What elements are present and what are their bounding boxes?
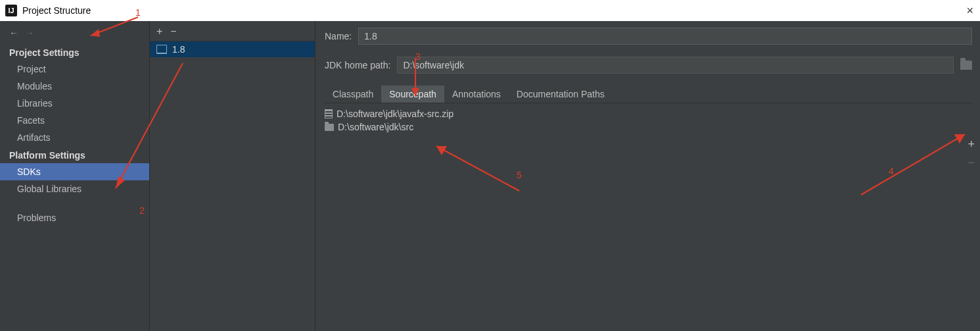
sdk-detail-panel: Name: JDK home path: Classpath Sourcepat… (315, 21, 980, 331)
name-input[interactable] (358, 28, 972, 45)
source-path-label: D:\software\jdk\src (338, 122, 413, 132)
tab-sourcepath[interactable]: Sourcepath (381, 86, 444, 103)
add-source-icon[interactable]: + (968, 138, 975, 150)
list-item[interactable]: D:\software\jdk\javafx-src.zip (325, 107, 972, 120)
sidebar-item-modules[interactable]: Modules (0, 78, 149, 95)
browse-folder-icon[interactable] (960, 61, 972, 70)
sdk-list-item[interactable]: 1.8 (150, 41, 315, 57)
nav-forward-icon: → (25, 28, 34, 38)
tab-classpath[interactable]: Classpath (325, 86, 381, 103)
tab-documentation-paths[interactable]: Documentation Paths (509, 86, 613, 103)
sidebar-item-libraries[interactable]: Libraries (0, 95, 149, 112)
window-title: Project Structure (22, 5, 91, 16)
sidebar-item-facets[interactable]: Facets (0, 112, 149, 129)
section-project-settings: Project Settings (0, 43, 149, 61)
path-label: JDK home path: (325, 60, 390, 70)
sdk-folder-icon (156, 45, 167, 54)
section-platform-settings: Platform Settings (0, 146, 149, 163)
archive-icon (325, 109, 333, 118)
settings-sidebar: ← → Project Settings Project Modules Lib… (0, 21, 150, 331)
name-label: Name: (325, 31, 352, 41)
sdk-list-panel: + − 1.8 (150, 21, 315, 331)
sidebar-item-global-libraries[interactable]: Global Libraries (0, 180, 149, 197)
folder-icon (325, 124, 334, 131)
list-item[interactable]: D:\software\jdk\src (325, 120, 972, 134)
workspace: ← → Project Settings Project Modules Lib… (0, 21, 980, 331)
sourcepath-list: D:\software\jdk\javafx-src.zip D:\softwa… (325, 107, 972, 134)
sidebar-item-project[interactable]: Project (0, 61, 149, 78)
remove-sdk-icon[interactable]: − (170, 26, 176, 37)
close-icon[interactable]: × (966, 4, 973, 18)
add-sdk-icon[interactable]: + (156, 26, 162, 37)
tab-annotations[interactable]: Annotations (444, 86, 509, 103)
sidebar-item-artifacts[interactable]: Artifacts (0, 129, 149, 146)
app-icon: IJ (5, 5, 17, 16)
sdk-item-label: 1.8 (172, 44, 185, 55)
nav-back-icon[interactable]: ← (9, 28, 18, 38)
sidebar-item-problems[interactable]: Problems (0, 209, 149, 226)
jdk-home-path-input[interactable] (397, 57, 954, 74)
sdk-tabs: Classpath Sourcepath Annotations Documen… (325, 86, 972, 103)
source-path-label: D:\software\jdk\javafx-src.zip (337, 109, 454, 119)
sidebar-item-sdks[interactable]: SDKs (0, 163, 149, 180)
remove-source-icon: − (968, 157, 975, 168)
titlebar: IJ Project Structure × (0, 0, 980, 21)
sourcepath-side-toolbar: + − (968, 138, 975, 168)
